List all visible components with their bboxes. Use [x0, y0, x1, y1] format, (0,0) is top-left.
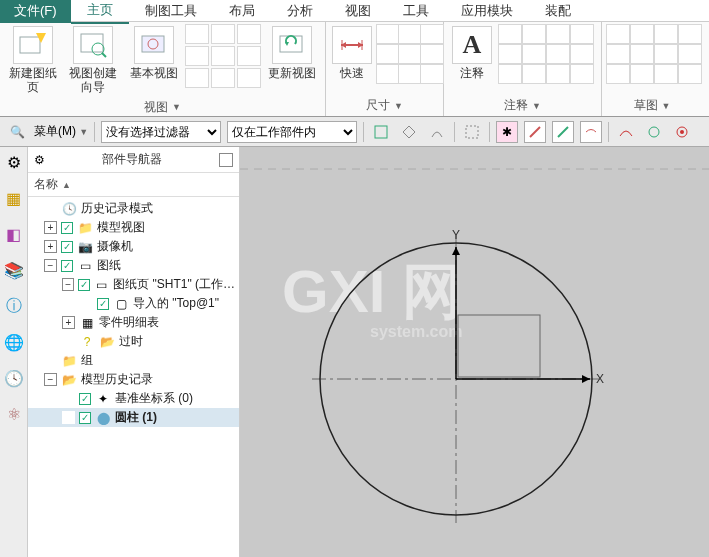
assembly-nav-icon[interactable]: ◧ — [3, 223, 25, 245]
history-icon[interactable]: 🕓 — [3, 367, 25, 389]
tb-4[interactable] — [461, 121, 483, 143]
view-wizard-button[interactable]: 视图创建向导 — [64, 24, 122, 97]
an-sm-3[interactable] — [546, 24, 570, 44]
dim-sm-4[interactable] — [376, 44, 400, 64]
settings-icon[interactable]: ⚙ — [3, 151, 25, 173]
an-sm-12[interactable] — [570, 64, 594, 84]
dim-sm-1[interactable] — [376, 24, 400, 44]
view-sm-7[interactable] — [185, 68, 209, 88]
view-sm-6[interactable] — [237, 46, 261, 66]
chevron-down-icon[interactable]: ▼ — [172, 102, 181, 112]
annotation-button[interactable]: A 注释 — [448, 24, 496, 82]
tb-snap-4[interactable] — [580, 121, 602, 143]
tab-drawing-tools[interactable]: 制图工具 — [129, 0, 213, 23]
tb-curve-1[interactable] — [615, 121, 637, 143]
sk-sm-9[interactable] — [606, 64, 630, 84]
view-sm-1[interactable] — [185, 24, 209, 44]
view-sm-8[interactable] — [211, 68, 235, 88]
menu-find-icon[interactable]: 🔍 — [6, 121, 28, 143]
dim-sm-9[interactable] — [420, 64, 444, 84]
tb-curve-3[interactable] — [671, 121, 693, 143]
tb-1[interactable] — [370, 121, 392, 143]
sk-sm-7[interactable] — [654, 44, 678, 64]
sk-sm-3[interactable] — [654, 24, 678, 44]
tb-3[interactable] — [426, 121, 448, 143]
sk-sm-6[interactable] — [630, 44, 654, 64]
update-view-button[interactable]: 更新视图 — [263, 24, 321, 82]
gear-icon[interactable]: ⚙ — [34, 153, 45, 167]
library-icon[interactable]: 📚 — [3, 259, 25, 281]
view-sm-3[interactable] — [237, 24, 261, 44]
tree-parts-list[interactable]: +▦零件明细表 — [28, 313, 239, 332]
tree-cameras[interactable]: +✓📷摄像机 — [28, 237, 239, 256]
dim-sm-7[interactable] — [376, 64, 400, 84]
an-sm-11[interactable] — [546, 64, 570, 84]
filter-select[interactable]: 没有选择过滤器 — [101, 121, 221, 143]
tree-model-views[interactable]: +✓📁模型视图 — [28, 218, 239, 237]
tb-snap-1[interactable]: ✱ — [496, 121, 518, 143]
view-sm-2[interactable] — [211, 24, 235, 44]
tab-assembly[interactable]: 装配 — [529, 0, 587, 23]
chevron-down-icon[interactable]: ▼ — [662, 101, 671, 111]
tree-outdated[interactable]: ?📂过时 — [28, 332, 239, 351]
chevron-down-icon[interactable]: ▲ — [62, 180, 71, 190]
info-icon[interactable]: ⓘ — [3, 295, 25, 317]
sk-sm-12[interactable] — [678, 64, 702, 84]
chevron-down-icon[interactable]: ▼ — [532, 101, 541, 111]
an-sm-10[interactable] — [522, 64, 546, 84]
an-sm-8[interactable] — [570, 44, 594, 64]
tree-datum-csys[interactable]: ✓✦基准坐标系 (0) — [28, 389, 239, 408]
tab-analysis[interactable]: 分析 — [271, 0, 329, 23]
an-sm-7[interactable] — [546, 44, 570, 64]
new-sheet-button[interactable]: 新建图纸页 — [4, 24, 62, 97]
tree-sheet[interactable]: −✓▭图纸页 "SHT1" (工作… — [28, 275, 239, 294]
an-sm-4[interactable] — [570, 24, 594, 44]
tab-home[interactable]: 主页 — [71, 0, 129, 24]
tab-app-modules[interactable]: 应用模块 — [445, 0, 529, 23]
view-sm-9[interactable] — [237, 68, 261, 88]
tb-2[interactable] — [398, 121, 420, 143]
tb-curve-2[interactable] — [643, 121, 665, 143]
sk-sm-1[interactable] — [606, 24, 630, 44]
sk-sm-5[interactable] — [606, 44, 630, 64]
an-sm-5[interactable] — [498, 44, 522, 64]
an-sm-2[interactable] — [522, 24, 546, 44]
scope-select[interactable]: 仅在工作部件内 — [227, 121, 357, 143]
tb-snap-3[interactable] — [552, 121, 574, 143]
sk-sm-10[interactable] — [630, 64, 654, 84]
view-sm-5[interactable] — [211, 46, 235, 66]
tree-drawings[interactable]: −✓▭图纸 — [28, 256, 239, 275]
file-menu[interactable]: 文件(F) — [0, 0, 71, 23]
an-sm-1[interactable] — [498, 24, 522, 44]
part-nav-icon[interactable]: ▦ — [3, 187, 25, 209]
tab-tools[interactable]: 工具 — [387, 0, 445, 23]
web-icon[interactable]: 🌐 — [3, 331, 25, 353]
tree-history-mode[interactable]: 🕓历史记录模式 — [28, 199, 239, 218]
dim-sm-5[interactable] — [398, 44, 422, 64]
process-icon[interactable]: ⚛ — [3, 403, 25, 425]
tree-imported[interactable]: ✓▢导入的 "Top@1" — [28, 294, 239, 313]
dim-sm-3[interactable] — [420, 24, 444, 44]
view-sm-4[interactable] — [185, 46, 209, 66]
nav-collapse-button[interactable] — [219, 153, 233, 167]
drawing-canvas[interactable]: GXI 网 system.com X Y — [240, 147, 709, 557]
dim-sm-8[interactable] — [398, 64, 422, 84]
quick-dim-button[interactable]: 快速 — [330, 24, 374, 82]
tree-cylinder[interactable]: ✓⬤圆柱 (1) — [28, 408, 239, 427]
tb-snap-2[interactable] — [524, 121, 546, 143]
an-sm-6[interactable] — [522, 44, 546, 64]
base-view-button[interactable]: 基本视图 — [125, 24, 183, 82]
dim-sm-2[interactable] — [398, 24, 422, 44]
dim-sm-6[interactable] — [420, 44, 444, 64]
sk-sm-8[interactable] — [678, 44, 702, 64]
sk-sm-11[interactable] — [654, 64, 678, 84]
tab-view[interactable]: 视图 — [329, 0, 387, 23]
tree-model-history[interactable]: −📂模型历史记录 — [28, 370, 239, 389]
menu-button[interactable]: 菜单(M) ▼ — [34, 123, 88, 140]
sk-sm-4[interactable] — [678, 24, 702, 44]
tab-layout[interactable]: 布局 — [213, 0, 271, 23]
an-sm-9[interactable] — [498, 64, 522, 84]
tree-groups[interactable]: 📁组 — [28, 351, 239, 370]
sk-sm-2[interactable] — [630, 24, 654, 44]
chevron-down-icon[interactable]: ▼ — [394, 101, 403, 111]
